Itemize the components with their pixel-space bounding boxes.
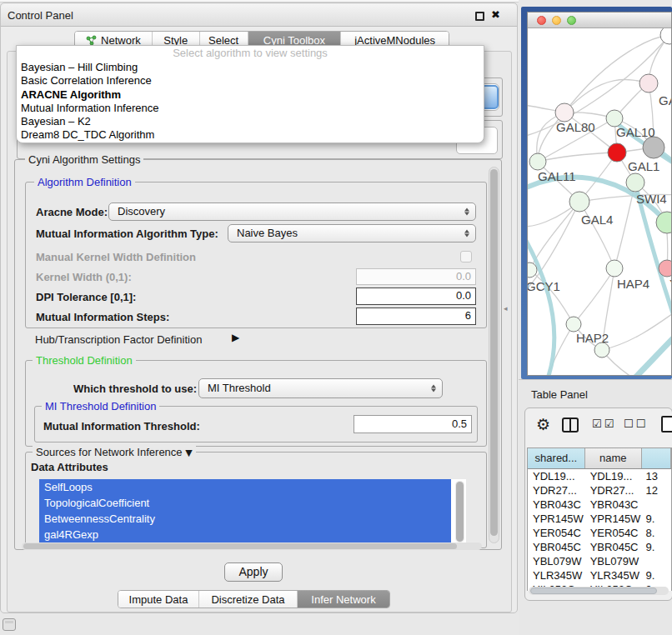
float-window-icon[interactable] [475,12,484,21]
table-row[interactable]: YER054CYER054C8. [528,526,671,540]
column-header-name[interactable]: name [585,448,642,468]
network-node[interactable] [643,137,664,158]
network-node[interactable] [529,153,546,170]
table-row[interactable]: YPR145WYPR145W9. [528,512,671,526]
attributes-scrollbar-thumb[interactable] [456,482,464,542]
network-edge[interactable] [574,268,614,324]
table-cell[interactable]: YLR345W [528,568,585,582]
table-cell[interactable]: YER054C [585,526,642,540]
network-node[interactable] [606,260,623,277]
table-cell[interactable] [642,498,671,512]
table-cell[interactable]: YDR27... [528,483,585,498]
settings-horizontal-scrollbar-thumb[interactable] [23,543,457,549]
table-cell[interactable]: YDR27... [585,483,642,498]
close-icon[interactable]: ✖ [491,8,500,21]
manual-kernel-width-checkbox[interactable] [460,251,472,262]
table-cell[interactable]: YDL19... [528,469,585,483]
table-cell[interactable]: YBR043C [585,498,642,512]
data-attribute-item[interactable]: TopologicalCoefficient [39,495,451,511]
aracne-mode-combo[interactable]: Discovery [108,202,476,221]
data-attributes-list[interactable]: SelfLoopsTopologicalCoefficientBetweenne… [39,479,466,546]
table-cell[interactable]: YBR043C [528,498,585,512]
table-cell[interactable]: YPR145W [585,512,642,526]
deselect-all-icon[interactable]: ☐☐ [624,418,648,430]
algorithm-option[interactable]: Basic Correlation Inference [17,74,484,88]
table-cell[interactable]: YBR045C [585,540,642,554]
table-cell[interactable]: 9. [642,568,671,582]
hub-definition-label[interactable]: Hub/Transcription Factor Definition [35,333,202,346]
table-cell[interactable]: YPR145W [528,512,585,526]
network-node[interactable] [569,192,589,212]
tab-discretize-data[interactable]: Discretize Data [199,591,298,608]
column-header-partial[interactable] [642,448,671,468]
network-node[interactable] [608,143,626,162]
network-edge[interactable] [538,152,617,162]
data-attribute-item[interactable]: BetweennessCentrality [39,511,451,527]
network-node[interactable] [555,103,574,122]
table-cell[interactable]: YBL079W [585,554,642,568]
select-all-checks-icon[interactable]: ☑☑ [592,418,616,430]
table-horizontal-scrollbar[interactable] [529,587,669,595]
table-row[interactable]: YDL19...YDL19...13 [528,469,671,483]
attributes-scrollbar[interactable] [455,481,464,542]
table-cell[interactable]: YDL19... [585,469,642,483]
algorithm-option[interactable]: Bayesian – Hill Climbing [17,61,484,74]
table-cell[interactable] [642,554,671,568]
algorithm-option[interactable]: ARACNE Algorithm [17,88,484,102]
table-row[interactable]: YBL079WYBL079W [528,554,671,568]
gear-icon[interactable]: ⚙ [536,415,550,433]
mi-steps-input[interactable]: 6 [356,308,476,325]
table-cell[interactable]: YLR345W [585,568,642,582]
table-cell[interactable]: 9. [642,540,671,554]
table-cell[interactable]: YBR045C [528,540,585,554]
apply-button[interactable]: Apply [224,562,283,582]
mi-threshold-input[interactable]: 0.5 [354,415,472,433]
collapsed-panel-icon[interactable] [3,618,16,631]
dpi-tolerance-input[interactable]: 0.0 [356,288,476,305]
network-canvas[interactable]: GALGAL80GAL10GAL1GAL11SWI4GAL4GCY1HAP4YH… [528,28,672,376]
settings-horizontal-scrollbar[interactable] [22,542,482,550]
collapse-down-icon[interactable]: ▼ [185,448,192,458]
kernel-width-input[interactable]: 0.0 [356,268,476,285]
mi-algorithm-type-combo[interactable]: Naive Bayes [228,224,476,242]
table-cell[interactable]: 8. [642,526,671,540]
table-row[interactable]: YBR045CYBR045C9. [528,540,671,554]
network-edge[interactable] [564,79,649,112]
table-row[interactable]: YDR27...YDR27...12 [528,483,671,498]
which-threshold-combo[interactable]: MI Threshold [198,378,443,398]
window-minimize-button[interactable] [552,16,561,25]
tab-infer-network[interactable]: Infer Network [298,591,389,608]
splitter-collapse-handle[interactable]: ◂ [504,304,508,312]
table-cell[interactable]: 12 [642,483,671,498]
table-horizontal-scrollbar-thumb[interactable] [530,588,657,594]
expand-right-icon[interactable]: ▶ [232,332,239,343]
column-browser-icon[interactable] [562,418,579,432]
algorithm-option[interactable]: Mutual Information Inference [17,102,484,115]
network-window-titlebar[interactable] [528,12,671,28]
algorithm-option[interactable]: Dream8 DC_TDC Algorithm [17,128,484,142]
table-cell[interactable]: YBL079W [528,554,585,568]
network-node[interactable] [639,74,658,92]
settings-vertical-scrollbar[interactable] [489,167,499,543]
network-edge[interactable] [602,310,672,350]
algorithm-option[interactable]: Bayesian – K2 [17,115,484,128]
table-row[interactable]: YLR345WYLR345W9. [528,568,671,582]
column-header-shared-name[interactable]: shared... [528,448,585,468]
settings-vertical-scrollbar-thumb[interactable] [490,169,498,536]
table-cell[interactable]: 13 [642,469,671,483]
network-node[interactable] [660,28,672,44]
network-node[interactable] [566,317,581,332]
network-edge-thick[interactable] [635,183,672,333]
data-attribute-item[interactable]: gal4RGexp [39,527,451,542]
window-close-button[interactable] [537,16,546,25]
network-edge-thick[interactable] [528,232,554,376]
network-node[interactable] [606,110,623,127]
network-node[interactable] [659,260,672,277]
network-node[interactable] [626,173,644,192]
window-zoom-button[interactable] [567,16,576,25]
network-edge[interactable] [564,35,669,112]
table-row[interactable]: YBR043CYBR043C [528,498,671,512]
table-cell[interactable]: 9. [642,512,671,526]
data-attribute-item[interactable]: SelfLoops [39,479,451,495]
table-cell[interactable]: YER054C [528,526,585,540]
